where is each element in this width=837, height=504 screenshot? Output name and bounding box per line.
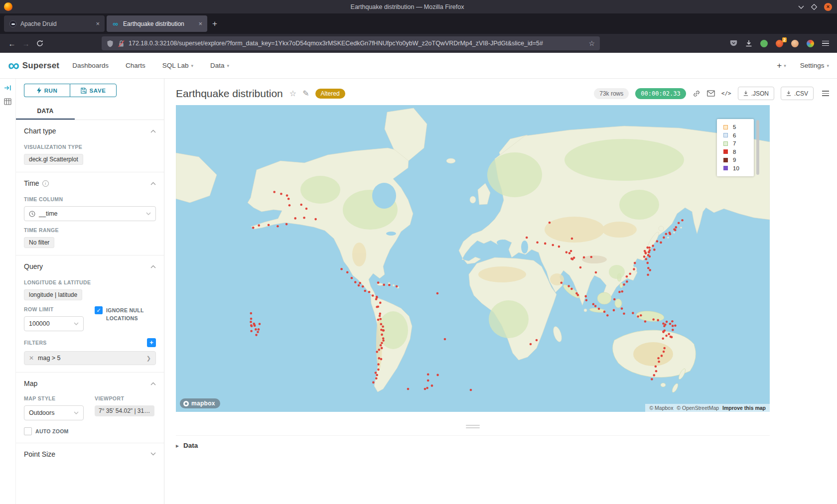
ignore-null-checkbox[interactable]: ✓ <box>95 306 103 314</box>
time-range-value[interactable]: No filter <box>24 237 54 248</box>
map-legend-items: 5678910 <box>723 123 754 172</box>
osm-attribution-link[interactable]: © OpenStreetMap <box>677 405 719 411</box>
chevron-up-icon <box>150 382 156 385</box>
legend-item[interactable]: 8 <box>723 148 754 156</box>
chart-options-menu-icon[interactable] <box>822 91 829 96</box>
menu-icon[interactable] <box>822 41 829 46</box>
settings-menu[interactable]: Settings▾ <box>800 62 829 69</box>
export-csv-button[interactable]: .CSV <box>781 87 814 100</box>
data-panel-label: Data <box>183 442 198 449</box>
deckgl-scatter-map[interactable]: 5678910 mapbox © Mapbox © OpenStreetMap … <box>176 105 770 412</box>
tab-data[interactable]: DATA <box>16 103 75 120</box>
world-map[interactable] <box>176 105 770 412</box>
remove-filter-icon[interactable]: ✕ <box>29 355 34 362</box>
section-time: Time i TIME COLUMN __time TIME RANGE No … <box>24 172 156 255</box>
chevron-down-icon: ▾ <box>784 63 786 68</box>
tracking-shield-icon[interactable] <box>107 40 114 47</box>
legend-label: 6 <box>733 132 736 138</box>
reload-icon[interactable] <box>33 37 47 50</box>
auto-zoom-checkbox[interactable] <box>24 427 32 435</box>
window-maximize-icon[interactable] <box>811 4 817 10</box>
legend-item[interactable]: 10 <box>723 164 754 173</box>
auto-zoom-row[interactable]: AUTO ZOOM <box>24 427 84 436</box>
section-header-map[interactable]: Map <box>24 379 156 387</box>
mapbox-attribution-link[interactable]: © Mapbox <box>649 405 673 411</box>
legend-scrollbar[interactable] <box>756 120 759 175</box>
section-header-query[interactable]: Query <box>24 262 156 270</box>
row-limit-select[interactable]: 100000 <box>24 316 84 331</box>
resize-drag-handle[interactable] <box>176 412 770 428</box>
window-minimize-icon[interactable] <box>798 5 804 9</box>
viewport-value[interactable]: 7° 35' 54.02" | 31… <box>95 405 154 416</box>
tab-close-icon[interactable]: × <box>96 20 100 27</box>
collapse-dataset-panel-icon[interactable] <box>4 85 11 91</box>
dataset-grid-icon[interactable] <box>4 98 11 105</box>
favorite-star-icon[interactable]: ☆ <box>289 89 296 98</box>
mapbox-logo[interactable]: mapbox <box>180 398 220 408</box>
account-avatar[interactable] <box>791 40 799 47</box>
legend-swatch <box>723 133 728 137</box>
time-column-label: TIME COLUMN <box>24 196 156 202</box>
tab-close-icon[interactable]: × <box>198 20 202 27</box>
url-text[interactable]: 172.18.0.3:32108/superset/explore/?form_… <box>129 40 584 47</box>
legend-label: 7 <box>733 140 736 146</box>
legend-swatch <box>723 125 728 129</box>
forward-icon[interactable]: → <box>19 37 33 50</box>
nav-item-sql-lab[interactable]: SQL Lab▾ <box>162 62 193 69</box>
extension-colorful-icon[interactable] <box>807 40 814 47</box>
save-button[interactable]: SAVE <box>70 84 117 97</box>
legend-item[interactable]: 6 <box>723 131 754 140</box>
map-attribution: © Mapbox © OpenStreetMap Improve this ma… <box>645 404 770 412</box>
improve-map-link[interactable]: Improve this map <box>722 405 766 411</box>
legend-swatch <box>723 141 728 146</box>
new-tab-button[interactable]: + <box>212 19 217 29</box>
nav-item-data[interactable]: Data▾ <box>210 62 229 69</box>
edit-title-icon[interactable]: ✎ <box>302 89 309 98</box>
chevron-down-icon <box>146 212 151 215</box>
embed-code-icon[interactable]: </> <box>721 90 731 97</box>
viz-type-value[interactable]: deck.gl Scatterplot <box>24 154 83 165</box>
chevron-down-icon: ▾ <box>191 63 194 68</box>
export-json-button[interactable]: .JSON <box>738 87 774 100</box>
pocket-icon[interactable] <box>730 40 737 47</box>
extension-green-icon[interactable] <box>760 40 768 47</box>
superset-favicon: ∞ <box>112 20 119 27</box>
altered-badge[interactable]: Altered <box>315 89 345 99</box>
nav-item-dashboards[interactable]: Dashboards <box>72 62 109 69</box>
new-item-button[interactable]: +▾ <box>777 61 786 71</box>
browser-tab-druid[interactable]: Apache Druid × <box>4 15 105 32</box>
insecure-lock-icon[interactable] <box>118 40 125 47</box>
downloads-icon[interactable] <box>745 40 752 47</box>
add-filter-button[interactable]: + <box>147 338 156 347</box>
section-header-time[interactable]: Time i <box>24 179 156 187</box>
share-link-icon[interactable] <box>693 90 700 98</box>
legend-item[interactable]: 7 <box>723 139 754 148</box>
lonlat-value[interactable]: longitude | latitude <box>24 289 82 300</box>
run-button[interactable]: RUN <box>24 84 70 97</box>
map-style-value: Outdoors <box>29 409 54 416</box>
bookmark-star-icon[interactable]: ☆ <box>588 39 595 47</box>
time-column-select[interactable]: __time <box>24 206 156 221</box>
legend-item[interactable]: 9 <box>723 156 754 164</box>
url-bar[interactable]: 172.18.0.3:32108/superset/explore/?form_… <box>102 36 600 50</box>
lonlat-label: LONGITUDE & LATITUDE <box>24 279 156 285</box>
legend-label: 9 <box>733 157 736 163</box>
window-close-icon[interactable]: × <box>824 3 832 11</box>
chevron-right-icon: ▸ <box>176 442 179 449</box>
filter-chip[interactable]: ✕ mag > 5 ❯ <box>24 351 156 365</box>
section-header-point-size[interactable]: Point Size <box>24 450 156 458</box>
superset-logo[interactable]: ∞ Superset <box>8 59 59 72</box>
map-style-select[interactable]: Outdoors <box>24 405 84 420</box>
extension-wappalyzer-icon[interactable]: 2 <box>776 40 783 47</box>
tab-label: Apache Druid <box>20 20 92 27</box>
nav-item-charts[interactable]: Charts <box>126 62 145 69</box>
legend-item[interactable]: 5 <box>723 123 754 131</box>
legend-label: 5 <box>733 124 736 130</box>
ignore-null-checkbox-row[interactable]: ✓ IGNORE NULL LOCATIONS <box>95 306 156 323</box>
chart-area: Earthquake distribution ☆ ✎ Altered 73k … <box>164 79 837 504</box>
back-icon[interactable]: ← <box>5 37 19 50</box>
email-icon[interactable] <box>707 90 715 97</box>
section-header-chart-type[interactable]: Chart type <box>24 127 156 135</box>
browser-tab-earthquake[interactable]: ∞ Earthquake distribution × <box>107 15 207 32</box>
data-results-panel[interactable]: ▸ Data <box>176 435 770 449</box>
